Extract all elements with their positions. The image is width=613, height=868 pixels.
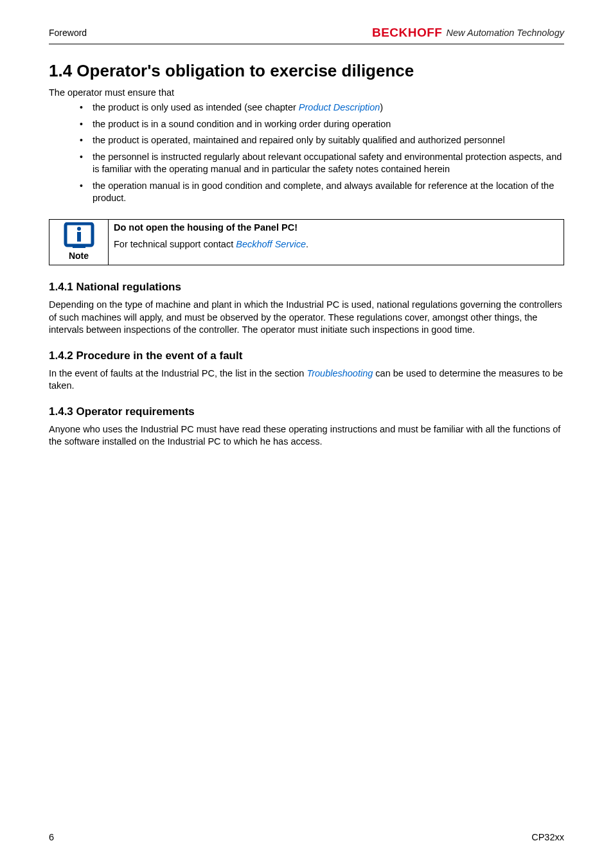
link-troubleshooting[interactable]: Troubleshooting [306,368,373,378]
subsection-heading: 1.4.3 Operator requirements [49,405,564,418]
page-header: Foreword BECKHOFF New Automation Technol… [49,26,564,40]
note-body-prefix: For technical support contact [114,239,236,249]
page-footer: 6 CP32xx [49,832,564,842]
svg-rect-3 [77,232,81,242]
brand-tagline: New Automation Technology [446,28,564,38]
list-item: the product is in a sound condition and … [80,118,564,131]
info-icon [63,222,95,249]
list-item: the operation manual is in good conditio… [80,180,564,205]
header-left-text: Foreword [49,28,87,38]
brand-logo-text: BECKHOFF [372,26,443,40]
paragraph: In the event of faults at the Industrial… [49,368,564,393]
bullet-text: the personnel is instructed regularly ab… [93,152,562,175]
subsection-heading: 1.4.1 National regulations [49,281,564,294]
header-right: BECKHOFF New Automation Technology [372,26,564,40]
note-icon-cell: Note [49,219,109,265]
link-product-description[interactable]: Product Description [299,102,380,112]
note-box: Note Do not open the housing of the Pane… [49,219,564,265]
bullet-text: the operation manual is in good conditio… [93,181,554,204]
svg-point-2 [77,227,81,231]
note-content-cell: Do not open the housing of the Panel PC!… [109,219,564,265]
note-label: Note [55,251,103,261]
section-intro: The operator must ensure that [49,87,564,98]
note-body-suffix: . [306,239,308,249]
header-divider [49,44,564,44]
list-item: the product is operated, maintained and … [80,134,564,147]
paragraph: Depending on the type of machine and pla… [49,299,564,337]
bullet-text: the product is only used as intended (se… [93,102,299,112]
bullet-text: the product is in a sound condition and … [93,119,391,129]
section-heading: 1.4 Operator's obligation to exercise di… [49,61,564,81]
footer-doc-id: CP32xx [531,832,564,842]
bullet-text: the product is operated, maintained and … [93,135,505,145]
bullet-text-suffix: ) [380,102,383,112]
note-body: For technical support contact Beckhoff S… [114,239,558,249]
link-beckhoff-service[interactable]: Beckhoff Service [236,239,306,249]
note-title: Do not open the housing of the Panel PC! [114,222,558,233]
list-item: the product is only used as intended (se… [80,102,564,114]
svg-rect-1 [73,244,85,248]
paragraph: Anyone who uses the Industrial PC must h… [49,423,564,448]
footer-page-number: 6 [49,832,54,842]
para-prefix: In the event of faults at the Industrial… [49,368,306,378]
bullet-list: the product is only used as intended (se… [49,102,564,205]
list-item: the personnel is instructed regularly ab… [80,151,564,176]
subsection-heading: 1.4.2 Procedure in the event of a fault [49,350,564,362]
